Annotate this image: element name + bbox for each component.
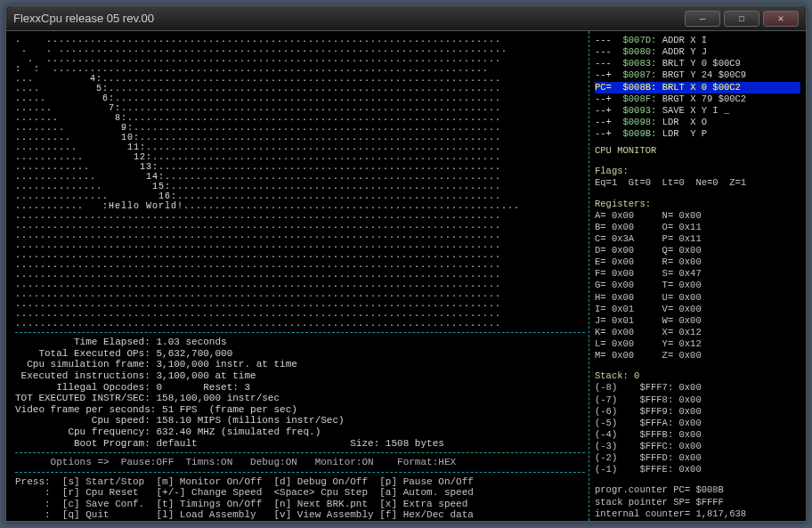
disasm-line: --+ $0093: SAVE X Y I _ (595, 105, 800, 117)
disasm-line: --- $007D: ADDR X I (595, 35, 800, 46)
video-display: . ......................................… (15, 35, 585, 329)
disasm-line: --+ $0098: LDR X O (595, 117, 800, 128)
close-button[interactable]: ✕ (763, 11, 799, 27)
left-pane: . ......................................… (6, 31, 589, 521)
disasm-line: --- $0080: ADDR Y J (595, 46, 800, 58)
disasm-line: --- $0083: BRLT Y 0 $00C9 (595, 58, 800, 69)
disasm-line: --+ $0087: BRGT Y 24 $00C9 (595, 69, 800, 81)
disassembly: --- $007D: ADDR X I--- $0080: ADDR Y J--… (595, 35, 800, 140)
divider (15, 452, 585, 453)
program-counter: progr.counter PC= $008B (595, 484, 800, 496)
options-row: Options => Pause:OFF Timns:ON Debug:ON M… (15, 457, 585, 467)
registers-table: A= 0x00 N= 0x00 B= 0x00 O= 0x11 C= 0x3A … (595, 210, 800, 362)
app-window: FlexxCpu release 05 rev.00 — ☐ ✕ . .....… (5, 5, 807, 522)
key-help: Press: [s] Start/Stop [m] Monitor On/Off… (15, 476, 585, 522)
internal-counter: internal counter= 1,817,638 (595, 508, 800, 520)
maximize-button[interactable]: ☐ (724, 11, 759, 27)
titlebar[interactable]: FlexxCpu release 05 rev.00 — ☐ ✕ (6, 6, 806, 31)
minimize-button[interactable]: — (685, 11, 720, 27)
flags-label: Flags: (595, 166, 800, 177)
right-pane: --- $007D: ADDR X I--- $0080: ADDR Y J--… (589, 31, 806, 521)
stats-block: Time Elapsed: 1.03 seconds Total Execute… (15, 337, 585, 449)
stack-label: Stack: 0 (595, 370, 800, 382)
window-title: FlexxCpu release 05 rev.00 (13, 12, 681, 25)
registers-label: Registers: (595, 199, 800, 210)
stack-table: (-8) $FFF7: 0x00 (-7) $FFF8: 0x00 (-6) $… (595, 382, 800, 475)
divider (15, 332, 585, 333)
disasm-line: PC= $008B: BRLT X 0 $00C2 (595, 82, 800, 93)
monitor-title: CPU MONITOR (595, 145, 800, 157)
disasm-line: --+ $009B: LDR Y P (595, 128, 800, 140)
stack-pointer: stack pointer SP= $FFFF (595, 497, 800, 508)
content-area: . ......................................… (6, 31, 806, 521)
flags-values: Eq=1 Gt=0 Lt=0 Ne=0 Z=1 (595, 177, 800, 189)
disasm-line: --+ $008F: BRGT X 79 $00C2 (595, 93, 800, 105)
divider (15, 472, 585, 473)
